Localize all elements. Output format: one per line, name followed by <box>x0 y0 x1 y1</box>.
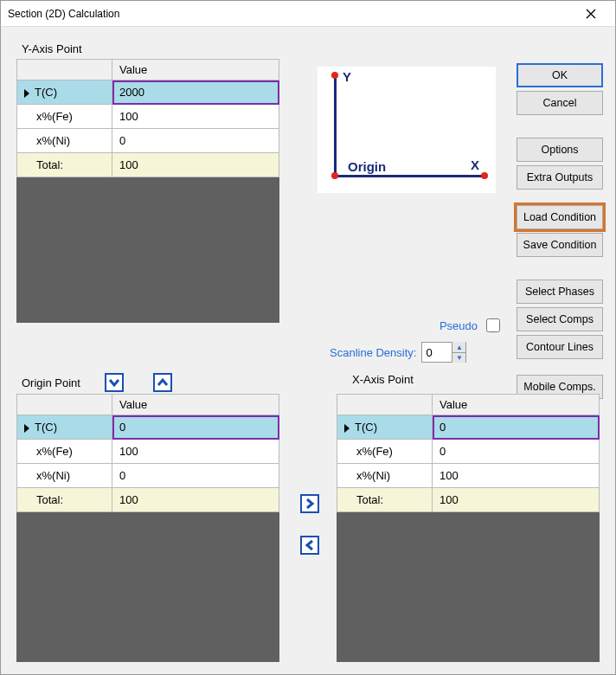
table-row[interactable]: x%(Fe)100 <box>17 440 279 464</box>
ok-button[interactable]: OK <box>517 63 603 87</box>
value-column-header: Value <box>433 395 600 415</box>
save-condition-button[interactable]: Save Condition <box>517 233 603 257</box>
extra-outputs-button[interactable]: Extra Outputs <box>517 165 603 190</box>
row-value[interactable]: 100 <box>433 488 599 511</box>
origin-down-button[interactable] <box>105 373 124 392</box>
copy-nav <box>300 494 319 555</box>
row-name: x%(Ni) <box>356 469 390 482</box>
origin-point-icon <box>331 172 338 179</box>
pseudo-label: Pseudo <box>440 319 478 332</box>
row-value[interactable]: 0 <box>433 415 599 439</box>
copy-left-button[interactable] <box>300 536 319 555</box>
table-row[interactable]: x%(Ni)0 <box>17 129 279 153</box>
close-button[interactable] <box>574 1 608 27</box>
table-row[interactable]: x%(Ni)0 <box>17 464 279 488</box>
select-comps-button[interactable]: Select Comps <box>517 307 603 331</box>
scanline-density-spinner[interactable]: ▲ ▼ <box>421 342 466 363</box>
scanline-label: Scanline Density: <box>330 346 416 359</box>
table-row[interactable]: x%(Fe)0 <box>337 440 600 464</box>
pseudo-row: Pseudo <box>330 316 503 335</box>
spinner-up-icon[interactable]: ▲ <box>452 342 465 352</box>
diagram-origin-label: Origin <box>348 159 386 174</box>
row-name: T(C) <box>35 421 57 434</box>
yaxis-table[interactable]: ValueT(C)2000x%(Fe)100x%(Ni)0Total:100 <box>16 59 279 177</box>
x-point-icon <box>481 172 488 179</box>
origin-table-container: ValueT(C)0x%(Fe)100x%(Ni)0Total:100 <box>16 394 279 662</box>
scanline-row: Scanline Density: ▲ ▼ <box>330 342 466 363</box>
row-name: T(C) <box>355 421 377 434</box>
contour-lines-button[interactable]: Contour Lines <box>517 335 603 359</box>
row-name: x%(Ni) <box>36 134 70 147</box>
window-title: Section (2D) Calculation <box>8 8 574 20</box>
row-value[interactable]: 0 <box>112 129 279 152</box>
row-value[interactable]: 0 <box>433 440 599 463</box>
row-value[interactable]: 100 <box>433 464 599 487</box>
titlebar: Section (2D) Calculation <box>1 1 615 27</box>
value-column-header: Value <box>112 395 279 415</box>
row-name: x%(Fe) <box>36 110 73 123</box>
row-name: x%(Fe) <box>356 445 393 458</box>
button-column: OK Cancel Options Extra Outputs Load Con… <box>517 63 603 399</box>
table-row[interactable]: T(C)2000 <box>17 80 279 105</box>
xaxis-label: X-Axis Point <box>352 373 414 386</box>
origin-header: Origin Point <box>22 373 172 392</box>
table-row[interactable]: Total:100 <box>337 488 600 512</box>
row-value[interactable]: 100 <box>112 488 279 511</box>
yaxis-label: Y-Axis Point <box>22 42 605 55</box>
dialog-window: Section (2D) Calculation Y-Axis Point Va… <box>0 0 616 675</box>
row-name: x%(Fe) <box>36 445 73 458</box>
diagram-y-label: Y <box>343 69 351 84</box>
row-value[interactable]: 100 <box>112 440 279 463</box>
table-row[interactable]: T(C)0 <box>17 415 279 440</box>
table-row[interactable]: x%(Ni)100 <box>337 464 600 488</box>
row-value[interactable]: 0 <box>112 464 279 487</box>
spinner-down-icon[interactable]: ▼ <box>452 352 465 363</box>
table-row[interactable]: Total:100 <box>17 153 279 177</box>
row-name: Total: <box>356 493 383 506</box>
select-phases-button[interactable]: Select Phases <box>517 280 603 304</box>
dialog-content: Y-Axis Point ValueT(C)2000x%(Fe)100x%(Ni… <box>1 27 615 674</box>
axis-diagram: Y X Origin <box>318 67 496 193</box>
origin-label: Origin Point <box>22 376 80 389</box>
yaxis-table-container: ValueT(C)2000x%(Fe)100x%(Ni)0Total:100 <box>16 59 279 323</box>
table-row[interactable]: T(C)0 <box>337 415 600 440</box>
pseudo-checkbox[interactable] <box>486 318 500 332</box>
xaxis-table[interactable]: ValueT(C)0x%(Fe)0x%(Ni)100Total:100 <box>337 394 600 512</box>
row-name: x%(Ni) <box>36 469 70 482</box>
row-value[interactable]: 100 <box>112 153 279 177</box>
table-row[interactable]: Total:100 <box>17 488 279 512</box>
row-name: Total: <box>36 158 63 171</box>
row-value[interactable]: 2000 <box>112 80 279 104</box>
load-condition-button[interactable]: Load Condition <box>517 205 603 229</box>
y-point-icon <box>331 72 338 79</box>
row-name: Total: <box>36 493 63 506</box>
row-name: T(C) <box>35 86 57 99</box>
table-row[interactable]: x%(Fe)100 <box>17 105 279 129</box>
row-value[interactable]: 0 <box>112 415 279 439</box>
xaxis-table-container: ValueT(C)0x%(Fe)0x%(Ni)100Total:100 <box>337 394 600 662</box>
value-column-header: Value <box>112 60 279 80</box>
origin-up-button[interactable] <box>153 373 172 392</box>
origin-table[interactable]: ValueT(C)0x%(Fe)100x%(Ni)0Total:100 <box>16 394 279 512</box>
scanline-density-input[interactable] <box>422 346 452 359</box>
diagram-x-label: X <box>471 158 479 172</box>
copy-right-button[interactable] <box>300 494 319 513</box>
cancel-button[interactable]: Cancel <box>517 91 603 115</box>
options-button[interactable]: Options <box>517 138 603 162</box>
row-value[interactable]: 100 <box>112 105 279 128</box>
